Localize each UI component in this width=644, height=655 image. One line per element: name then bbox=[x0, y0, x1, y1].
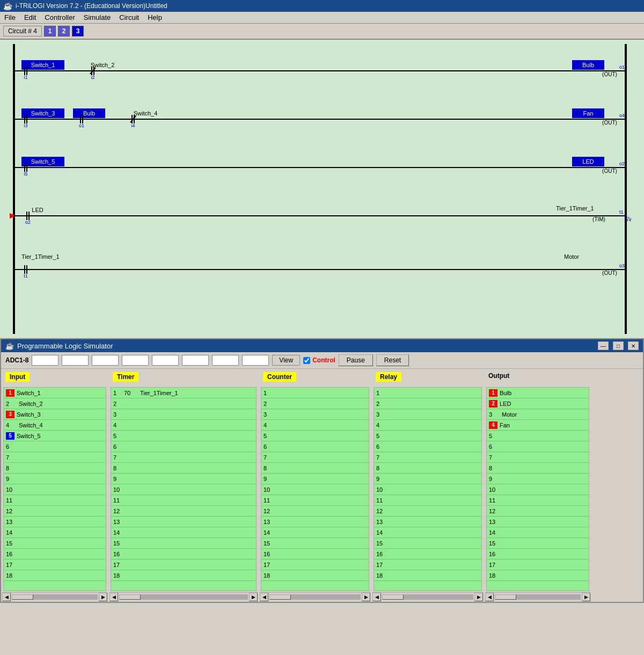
timer-item-7[interactable]: 7 bbox=[111, 452, 256, 463]
input-item-16[interactable]: 16 bbox=[4, 549, 106, 559]
counter-item-10[interactable]: 10 bbox=[261, 484, 369, 495]
timer-item-13[interactable]: 13 bbox=[111, 516, 256, 527]
tab-2[interactable]: 2 bbox=[58, 26, 70, 37]
input-item-9[interactable]: 9 bbox=[4, 474, 106, 484]
menu-circuit[interactable]: Circuit bbox=[119, 13, 139, 21]
counter-item-8[interactable]: 8 bbox=[261, 463, 369, 474]
adc-field-2[interactable] bbox=[62, 355, 89, 366]
relay-scroll-track[interactable] bbox=[382, 594, 473, 600]
timer-item-18[interactable]: 18 bbox=[111, 570, 256, 581]
output-item-1[interactable]: 1Bulb bbox=[487, 388, 589, 398]
relay-list[interactable]: 123456789101112131415161718 bbox=[374, 387, 482, 591]
output-item-13[interactable]: 13 bbox=[487, 516, 589, 527]
relay-item-7[interactable]: 7 bbox=[374, 452, 481, 463]
counter-item-2[interactable]: 2 bbox=[261, 398, 369, 409]
output-item-2[interactable]: 2LED bbox=[487, 398, 589, 409]
relay-item-16[interactable]: 16 bbox=[374, 549, 481, 559]
counter-item-1[interactable]: 1 bbox=[261, 388, 369, 398]
relay-scroll-right[interactable]: ▶ bbox=[474, 593, 483, 601]
output-item-15[interactable]: 15 bbox=[487, 538, 589, 549]
relay-item-5[interactable]: 5 bbox=[374, 431, 481, 441]
counter-scroll-track[interactable] bbox=[269, 594, 361, 600]
relay-item-11[interactable]: 11 bbox=[374, 495, 481, 506]
relay-item-17[interactable]: 17 bbox=[374, 559, 481, 570]
adc-field-1[interactable] bbox=[32, 355, 58, 366]
adc-field-3[interactable] bbox=[92, 355, 119, 366]
adc-field-7[interactable] bbox=[212, 355, 239, 366]
relay-hscroll[interactable]: ◀ ▶ bbox=[372, 592, 483, 601]
timer-item-9[interactable]: 9 bbox=[111, 474, 256, 484]
counter-item-6[interactable]: 6 bbox=[261, 441, 369, 452]
timer-item-8[interactable]: 8 bbox=[111, 463, 256, 474]
output-scroll-track[interactable] bbox=[495, 594, 581, 600]
counter-item-13[interactable]: 13 bbox=[261, 516, 369, 527]
close-button[interactable]: ✕ bbox=[628, 341, 639, 350]
output-item-16[interactable]: 16 bbox=[487, 549, 589, 559]
relay-item-12[interactable]: 12 bbox=[374, 506, 481, 516]
input-item-3[interactable]: 3Switch_3 bbox=[4, 409, 106, 420]
output-item-3[interactable]: 3Motor bbox=[487, 409, 589, 420]
counter-item-14[interactable]: 14 bbox=[261, 527, 369, 538]
output-item-10[interactable]: 10 bbox=[487, 484, 589, 495]
output-list[interactable]: 1Bulb2LED3Motor4Fan567891011121314151617… bbox=[486, 387, 589, 591]
input-item-7[interactable]: 7 bbox=[4, 452, 106, 463]
adc-field-8[interactable] bbox=[242, 355, 269, 366]
input-item-8[interactable]: 8 bbox=[4, 463, 106, 474]
restore-button[interactable]: □ bbox=[613, 341, 624, 350]
counter-item-12[interactable]: 12 bbox=[261, 506, 369, 516]
pause-button[interactable]: Pause bbox=[339, 354, 373, 366]
timer-item-17[interactable]: 17 bbox=[111, 559, 256, 570]
adc-field-4[interactable] bbox=[122, 355, 149, 366]
relay-item-9[interactable]: 9 bbox=[374, 474, 481, 484]
control-checkbox[interactable] bbox=[303, 357, 310, 364]
counter-item-16[interactable]: 16 bbox=[261, 549, 369, 559]
output-item-12[interactable]: 12 bbox=[487, 506, 589, 516]
relay-item-4[interactable]: 4 bbox=[374, 420, 481, 431]
timer-scroll-left[interactable]: ◀ bbox=[109, 593, 118, 601]
counter-item-3[interactable]: 3 bbox=[261, 409, 369, 420]
timer-item-3[interactable]: 3 bbox=[111, 409, 256, 420]
output-item-6[interactable]: 6 bbox=[487, 441, 589, 452]
timer-item-5[interactable]: 5 bbox=[111, 431, 256, 441]
reset-button[interactable]: Reset bbox=[376, 354, 409, 366]
counter-scroll-right[interactable]: ▶ bbox=[362, 593, 370, 601]
input-scroll-left[interactable]: ◀ bbox=[2, 593, 11, 601]
output-scroll-left[interactable]: ◀ bbox=[485, 593, 494, 601]
counter-item-11[interactable]: 11 bbox=[261, 495, 369, 506]
counter-scroll-left[interactable]: ◀ bbox=[260, 593, 268, 601]
relay-item-10[interactable]: 10 bbox=[374, 484, 481, 495]
output-item-5[interactable]: 5 bbox=[487, 431, 589, 441]
counter-item-17[interactable]: 17 bbox=[261, 559, 369, 570]
output-item-8[interactable]: 8 bbox=[487, 463, 589, 474]
counter-item-7[interactable]: 7 bbox=[261, 452, 369, 463]
output-item-4[interactable]: 4Fan bbox=[487, 420, 589, 431]
counter-item-18[interactable]: 18 bbox=[261, 570, 369, 581]
timer-hscroll[interactable]: ◀ ▶ bbox=[109, 592, 258, 601]
counter-item-9[interactable]: 9 bbox=[261, 474, 369, 484]
input-hscroll[interactable]: ◀ ▶ bbox=[2, 592, 107, 601]
input-item-10[interactable]: 10 bbox=[4, 484, 106, 495]
menu-controller[interactable]: Controller bbox=[45, 13, 75, 21]
minimize-button[interactable]: — bbox=[598, 341, 609, 350]
tab-3[interactable]: 3 bbox=[72, 26, 84, 37]
output-hscroll[interactable]: ◀ ▶ bbox=[485, 592, 590, 601]
relay-item-18[interactable]: 18 bbox=[374, 570, 481, 581]
input-item-1[interactable]: 1Switch_1 bbox=[4, 388, 106, 398]
input-item-14[interactable]: 14 bbox=[4, 527, 106, 538]
menu-edit[interactable]: Edit bbox=[24, 13, 36, 21]
timer-item-15[interactable]: 15 bbox=[111, 538, 256, 549]
timer-item-2[interactable]: 2 bbox=[111, 398, 256, 409]
timer-list[interactable]: 170Tier_1Timer_1234567891011121314151617… bbox=[111, 387, 257, 591]
timer-scroll-track[interactable] bbox=[119, 594, 248, 600]
relay-item-6[interactable]: 6 bbox=[374, 441, 481, 452]
input-item-11[interactable]: 11 bbox=[4, 495, 106, 506]
timer-item-4[interactable]: 4 bbox=[111, 420, 256, 431]
timer-item-6[interactable]: 6 bbox=[111, 441, 256, 452]
output-scroll-right[interactable]: ▶ bbox=[582, 593, 590, 601]
input-item-12[interactable]: 12 bbox=[4, 506, 106, 516]
output-item-14[interactable]: 14 bbox=[487, 527, 589, 538]
input-scroll-right[interactable]: ▶ bbox=[99, 593, 107, 601]
output-item-7[interactable]: 7 bbox=[487, 452, 589, 463]
output-item-11[interactable]: 11 bbox=[487, 495, 589, 506]
input-item-5[interactable]: 5Switch_5 bbox=[4, 431, 106, 441]
